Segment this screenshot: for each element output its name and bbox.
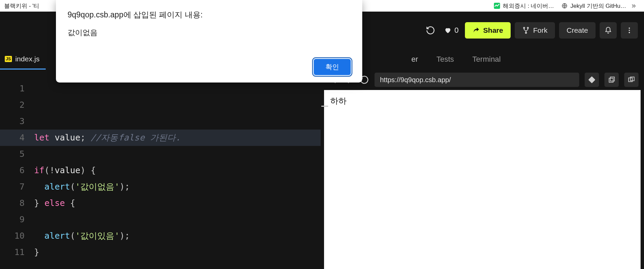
preview-pane: https://9q9qop.csb.app/ 하하 (324, 70, 644, 269)
bell-icon (604, 27, 612, 34)
notifications-button[interactable] (600, 22, 617, 39)
kebab-icon (626, 27, 633, 34)
code-text (34, 97, 39, 113)
code-line[interactable]: 6if(!value) { (0, 162, 321, 179)
reload-icon[interactable] (426, 26, 435, 35)
code-line[interactable]: 10 alert('값이있음'); (0, 228, 321, 244)
code-text (34, 146, 39, 162)
alert-ok-button[interactable]: 확인 (314, 59, 351, 75)
code-text: } else { (34, 195, 75, 211)
heart-icon (444, 27, 452, 34)
code-line[interactable]: 9 (0, 211, 321, 228)
line-number: 11 (0, 244, 34, 260)
code-line[interactable]: 8} else { (0, 195, 321, 211)
code-text (34, 113, 39, 130)
line-number: 4 (0, 130, 34, 146)
more-menu-button[interactable] (621, 22, 638, 39)
svg-rect-7 (588, 76, 596, 84)
code-text: if(!value) { (34, 162, 96, 179)
expand-button[interactable] (624, 73, 639, 87)
svg-point-6 (629, 32, 630, 33)
preview-controls: https://9q9qop.csb.app/ (324, 70, 644, 90)
code-line[interactable]: 5 (0, 146, 321, 162)
tab-overflow-button[interactable]: » (632, 1, 644, 10)
line-number: 5 (0, 146, 34, 162)
main-split: 1 2 3 4let value; //자동false 가된다.5 6if(!v… (0, 70, 644, 269)
code-text: } (34, 244, 39, 260)
chart-up-icon (494, 3, 500, 9)
code-line[interactable]: 7 alert('값이없음'); (0, 179, 321, 195)
code-line[interactable]: 4let value; //자동false 가된다. (0, 130, 321, 146)
share-arrow-icon (472, 27, 480, 34)
browser-tab-left[interactable]: 블랙키위 - '티 (2, 1, 41, 11)
line-number: 1 (0, 80, 34, 97)
globe-icon (561, 3, 568, 9)
tab-label: 블랙키위 - '티 (4, 2, 39, 10)
javascript-alert-dialog: 9q9qop.csb.app에 삽입된 페이지 내용: 값이없음 확인 (56, 0, 362, 83)
fork-icon (522, 27, 530, 34)
share-button[interactable]: Share (465, 22, 511, 39)
share-label: Share (483, 26, 503, 34)
line-number: 9 (0, 211, 34, 228)
code-line[interactable]: 11} (0, 244, 321, 260)
svg-point-2 (527, 27, 529, 29)
preview-tab-row: er Tests Terminal (411, 49, 644, 70)
browser-tab-jekyll[interactable]: Jekyll 기반의 GitHu… (559, 1, 628, 11)
line-number: 10 (0, 228, 34, 244)
svg-rect-8 (609, 78, 613, 82)
preview-iframe[interactable]: 하하 (324, 90, 641, 269)
alert-title: 9q9qop.csb.app에 삽입된 페이지 내용: (68, 10, 351, 20)
svg-point-1 (524, 27, 525, 29)
create-button[interactable]: Create (559, 22, 596, 39)
open-codesandbox-button[interactable] (585, 73, 599, 87)
browser-tab-stocks[interactable]: 해외증시 : 네이버… (492, 1, 556, 11)
code-editor[interactable]: 1 2 3 4let value; //자동false 가된다.5 6if(!v… (0, 70, 321, 260)
svg-point-3 (525, 32, 527, 34)
line-number: 7 (0, 179, 34, 195)
fork-button[interactable]: Fork (515, 22, 555, 39)
file-name: index.js (15, 55, 40, 63)
like-counter[interactable]: 0 (444, 26, 458, 35)
js-badge-icon: JS (5, 56, 12, 62)
preview-url-input[interactable]: https://9q9qop.csb.app/ (375, 73, 579, 87)
fork-label: Fork (533, 26, 547, 34)
line-number: 2 (0, 97, 34, 113)
preview-tab-terminal[interactable]: Terminal (472, 55, 501, 64)
code-text: let value; //자동false 가된다. (34, 130, 181, 146)
code-text (34, 80, 39, 97)
svg-point-4 (629, 28, 630, 29)
preview-tab-partial[interactable]: er (411, 55, 418, 64)
split-divider[interactable] (321, 70, 324, 269)
alert-message: 값이없음 (68, 28, 351, 38)
tab-label: 해외증시 : 네이버… (503, 2, 554, 10)
line-number: 3 (0, 113, 34, 130)
editor-file-tab[interactable]: JS index.js (0, 49, 46, 70)
preview-url-text: https://9q9qop.csb.app/ (380, 76, 451, 84)
code-text: alert('값이없음'); (34, 179, 130, 195)
preview-content-text: 하하 (330, 96, 347, 105)
preview-tab-tests[interactable]: Tests (437, 55, 454, 64)
svg-rect-9 (610, 77, 614, 81)
create-label: Create (567, 26, 588, 34)
new-window-button[interactable] (604, 73, 619, 87)
line-number: 6 (0, 162, 34, 179)
code-text (34, 211, 39, 228)
code-line[interactable]: 2 (0, 97, 321, 113)
like-count: 0 (454, 26, 458, 35)
code-text: alert('값이있음'); (34, 228, 130, 244)
tab-label: Jekyll 기반의 GitHu… (570, 2, 626, 10)
editor-pane: 1 2 3 4let value; //자동false 가된다.5 6if(!v… (0, 70, 321, 269)
code-line[interactable]: 1 (0, 80, 321, 97)
line-number: 8 (0, 195, 34, 211)
svg-point-5 (629, 30, 630, 31)
code-line[interactable]: 3 (0, 113, 321, 130)
